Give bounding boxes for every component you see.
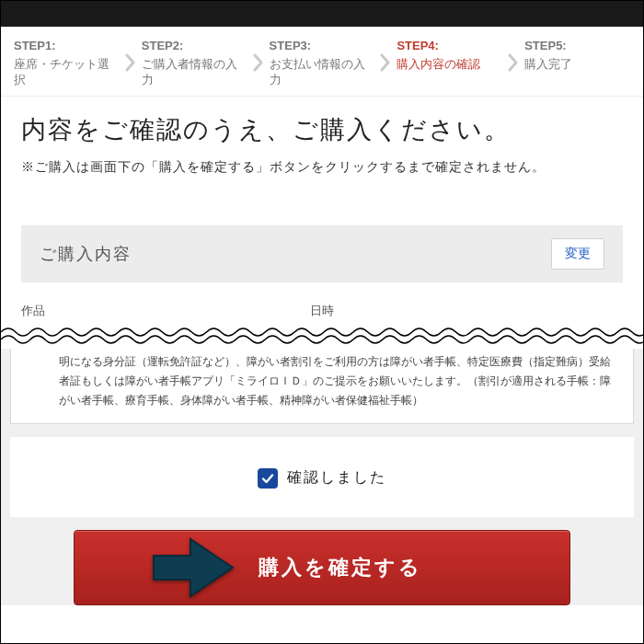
step-3: STEP3: お支払い情報の入力 [270, 38, 375, 88]
step-4-label: 購入内容の確認 [397, 56, 499, 73]
chevron-right-icon [120, 38, 142, 88]
step-2-num: STEP2: [142, 38, 244, 54]
step-2: STEP2: ご購入者情報の入力 [142, 38, 247, 88]
step-4-num: STEP4: [397, 38, 499, 54]
confirm-label: 確認しました [287, 468, 386, 488]
content-truncation-marker [1, 325, 643, 349]
column-header-work: 作品 [21, 303, 310, 319]
step-5-label: 購入完了 [524, 56, 627, 73]
step-3-label: お支払い情報の入力 [270, 56, 372, 88]
section-header-purchase: ご購入内容 変更 [21, 225, 623, 282]
step-1-label: 座席・チケット選択 [14, 56, 116, 88]
step-2-label: ご購入者情報の入力 [142, 56, 244, 88]
step-1: STEP1: 座席・チケット選択 [14, 38, 120, 88]
step-4: STEP4: 購入内容の確認 [397, 38, 502, 88]
purchase-table-header: 作品 日時 [1, 282, 643, 325]
chevron-right-icon [502, 38, 524, 88]
column-header-datetime: 日時 [310, 303, 623, 319]
confirm-panel: 確認しました [10, 437, 634, 517]
step-1-num: STEP1: [14, 38, 116, 54]
discount-notice-box: 明になる身分証（運転免許証など）、障がい者割引をご利用の方は障がい者手帳、特定医… [10, 349, 634, 424]
step-5-num: STEP5: [524, 38, 627, 54]
confirm-checkbox-row[interactable]: 確認しました [258, 468, 386, 489]
change-button[interactable]: 変更 [551, 238, 604, 270]
step-indicator: STEP1: 座席・チケット選択 STEP2: ご購入者情報の入力 STEP3:… [1, 27, 643, 97]
chevron-right-icon [374, 38, 397, 88]
confirm-purchase-button[interactable]: 購入を確定する [74, 530, 570, 605]
step-5: STEP5: 購入完了 [524, 38, 630, 88]
page-subnote: ※ご購入は画面下の「購入を確定する」ボタンをクリックするまで確定されません。 [21, 159, 623, 176]
page-title: 内容をご確認のうえ、ご購入ください。 [21, 113, 623, 146]
section-title: ご購入内容 [40, 243, 132, 265]
window-titlebar [1, 1, 643, 27]
step-3-num: STEP3: [270, 38, 372, 54]
checkbox-checked-icon[interactable] [258, 468, 278, 489]
chevron-right-icon [247, 38, 270, 88]
